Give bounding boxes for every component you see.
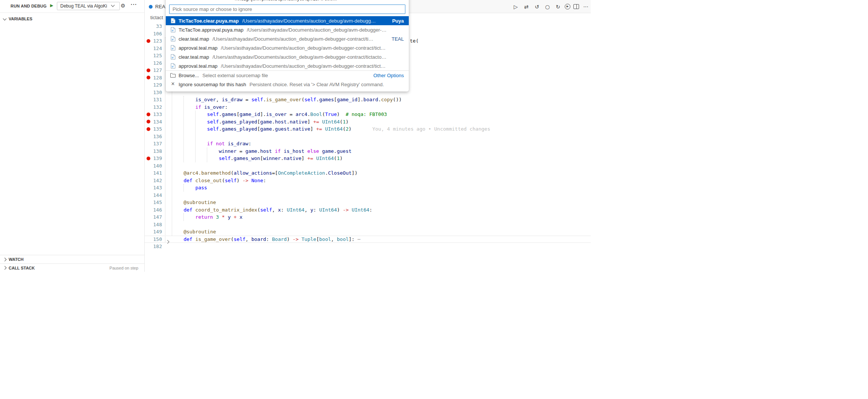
code-line[interactable]: 137if not is_draw: — [145, 140, 591, 148]
code-line[interactable]: 182 — [145, 243, 591, 250]
line-number: 144 — [145, 192, 162, 199]
code-line[interactable]: 147return 3 * y + x — [145, 213, 591, 221]
quickpick-item-description: /Users/asthayadav/Documents/auction_debu… — [221, 45, 385, 51]
file-icon — [149, 5, 153, 9]
code-text: if is_over: — [172, 104, 228, 111]
split-editor-icon[interactable] — [573, 4, 579, 9]
code-line[interactable]: 138winner = game.host if is_host else ga… — [145, 148, 591, 155]
line-number: 146 — [145, 206, 162, 214]
annotate-forward-icon[interactable]: ↻ — [554, 3, 562, 11]
code-line[interactable]: 144 — [145, 192, 591, 199]
quickpick-item[interactable]: ×Ignore sourcemap for this hashPersisten… — [166, 80, 409, 89]
line-number: 125 — [145, 52, 162, 59]
folder-icon — [170, 73, 176, 78]
quickpick-item[interactable]: approval.teal.map/Users/asthayadav/Docum… — [166, 61, 409, 70]
quickpick-item-description: Select external sourcemap file — [202, 73, 268, 78]
code-line[interactable]: 146def coord_to_matrix_index(self, x: UI… — [145, 206, 591, 214]
quickpick-item[interactable]: clear.teal.map/Users/asthayadav/Document… — [166, 52, 409, 61]
code-text: @subroutine — [172, 228, 216, 236]
line-number: 143 — [145, 184, 162, 192]
git-blame-annotation: You, 4 minutes ago • Uncommitted changes — [351, 126, 490, 132]
line-number: 145 — [145, 199, 162, 206]
run-and-debug-sidebar: RUN AND DEBUG ▶ Debug TEAL via AlgoKi ⚙ … — [0, 0, 145, 272]
sourcemap-file-icon — [170, 27, 176, 32]
line-number: 131 — [145, 96, 162, 104]
quickpick-item-label: TicTacToe.approval.puya.map — [179, 27, 243, 33]
line-number: 140 — [145, 162, 162, 170]
debug-config-dropdown[interactable]: Debug TEAL via AlgoKi — [57, 2, 120, 10]
code-line[interactable]: 134self.games_played[game.host.native] +… — [145, 118, 591, 126]
line-number: 147 — [145, 213, 162, 221]
gear-icon[interactable]: ⚙ — [121, 3, 125, 9]
code-line[interactable]: 149@subroutine — [145, 228, 591, 236]
code-text: def is_game_over(self, board: Board) -> … — [172, 236, 361, 243]
quickpick-item[interactable]: TicTacToe.clear.puya.map/Users/asthayada… — [166, 16, 409, 25]
code-line[interactable]: 140 — [145, 162, 591, 170]
code-text: is_over, is_draw = self.is_game_over(sel… — [172, 96, 402, 104]
code-text: pass — [172, 184, 207, 192]
quickpick-item-label: approval.teal.map — [179, 45, 217, 51]
code-line[interactable]: 132if is_over: — [145, 104, 591, 111]
quickpick-item-description: /Users/asthayadav/Documents/auction_debu… — [212, 36, 373, 42]
line-number: 33 — [145, 23, 162, 30]
line-number: 133 — [145, 111, 162, 118]
quickpick-item[interactable]: approval.teal.map/Users/asthayadav/Docum… — [166, 43, 409, 52]
close-icon: × — [170, 82, 176, 87]
code-line[interactable]: 136 — [145, 133, 591, 140]
call-stack-label: CALL STACK — [9, 266, 35, 270]
quickpick-item[interactable]: TicTacToe.approval.puya.map/Users/asthay… — [166, 25, 409, 34]
run-icon[interactable]: ▷ — [512, 3, 520, 11]
sourcemap-file-icon — [170, 18, 176, 23]
line-number: 134 — [145, 118, 162, 126]
code-line[interactable]: 142def close_out(self) -> None: — [145, 177, 591, 184]
quickpick-dialog: /IvI5zgXjUxI7pmobtOepkHduMyetXqW15FIFtkx… — [166, 0, 409, 91]
quickpick-item-description: /Users/asthayadav/Documents/auction_debu… — [221, 63, 385, 69]
line-number: 148 — [145, 221, 162, 228]
call-stack-section-header[interactable]: CALL STACK Paused on step — [0, 263, 144, 272]
sourcemap-file-icon — [170, 63, 176, 69]
code-line[interactable]: 131is_over, is_draw = self.is_game_over(… — [145, 96, 591, 104]
start-debug-button[interactable]: ▶ — [50, 3, 53, 8]
record-icon[interactable]: ○ — [544, 3, 551, 11]
code-line[interactable]: 148 — [145, 221, 591, 228]
line-number: 124 — [145, 45, 162, 52]
more-actions-icon[interactable]: ··· — [131, 2, 137, 8]
code-line[interactable]: 133self.games[game_id].is_over = arc4.Bo… — [145, 111, 591, 118]
compare-icon[interactable]: ⇄ — [523, 3, 530, 11]
quickpick-list: TicTacToe.clear.puya.map/Users/asthayada… — [166, 16, 409, 89]
line-number: 182 — [145, 243, 162, 250]
code-text: @arc4.baremethod(allow_actions=[OnComple… — [172, 169, 358, 177]
code-line[interactable]: 150def is_game_over(self, board: Board) … — [145, 236, 591, 243]
watch-section-header[interactable]: WATCH — [0, 255, 144, 263]
line-number: 130 — [145, 89, 162, 96]
quickpick-input[interactable] — [169, 5, 405, 14]
variables-section-header[interactable]: VARIABLES — [0, 15, 144, 23]
quickpick-item[interactable]: clear.teal.map/Users/asthayadav/Document… — [166, 34, 409, 43]
editor-toolbar: ▷⇄↺○↻▶··· — [512, 0, 590, 13]
code-line[interactable]: 145@subroutine — [145, 199, 591, 206]
line-number: 132 — [145, 104, 162, 111]
sidebar-title: RUN AND DEBUG — [11, 4, 47, 8]
sourcemap-file-icon — [170, 45, 176, 50]
chevron-down-icon — [3, 17, 7, 20]
line-number: 126 — [145, 59, 162, 67]
run-circle-icon[interactable]: ▶ — [565, 4, 570, 9]
code-line[interactable]: 141@arc4.baremethod(allow_actions=[OnCom… — [145, 169, 591, 177]
annotate-back-icon[interactable]: ↺ — [533, 3, 541, 11]
line-number: 150 — [145, 236, 162, 243]
quickpick-item-description: /Users/asthayadav/Documents/auction_debu… — [247, 27, 387, 33]
line-number: 136 — [145, 133, 162, 140]
code-text: self.games_played[game.guest.native] += … — [172, 125, 490, 133]
more-actions-icon[interactable]: ··· — [582, 3, 590, 11]
code-line[interactable]: 135self.games_played[game.guest.native] … — [145, 125, 591, 133]
chevron-right-icon — [3, 266, 7, 270]
chevron-right-icon — [3, 257, 7, 261]
quickpick-title-hash: /IvI5zgXjUxI7pmobtOepkHduMyetXqW15FIFtkx… — [166, 0, 409, 4]
code-line[interactable]: 143pass — [145, 184, 591, 192]
quickpick-item[interactable]: Browse...Select external sourcemap fileO… — [166, 70, 409, 80]
quickpick-item-label: approval.teal.map — [179, 63, 217, 69]
line-number: 142 — [145, 177, 162, 184]
code-text: self.games_won[winner.native] += UInt64(… — [172, 155, 343, 162]
code-line[interactable]: 139self.games_won[winner.native] += UInt… — [145, 155, 591, 162]
quickpick-group-label[interactable]: Other Options — [368, 73, 404, 78]
